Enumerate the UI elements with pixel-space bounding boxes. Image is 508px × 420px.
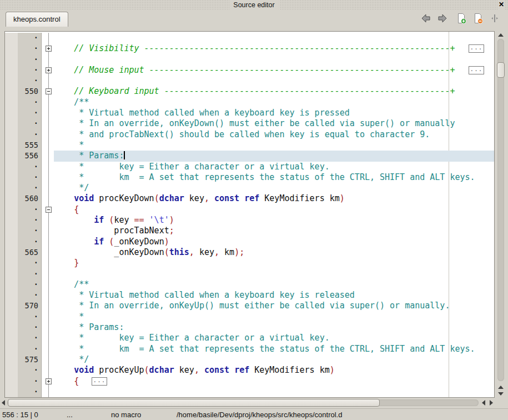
vertical-scroll-track[interactable]	[497, 39, 504, 381]
code-line[interactable]: // Keyboard input ----------------------…	[54, 86, 494, 97]
editor-line: · *	[5, 312, 494, 322]
code-line[interactable]: /**	[54, 279, 494, 290]
scroll-left-icon[interactable]	[482, 400, 485, 406]
fold-tree-line	[48, 33, 49, 43]
code-line[interactable]	[54, 33, 494, 43]
vertical-scrollbar[interactable]	[496, 31, 506, 398]
fold-margin	[42, 76, 54, 86]
editor-line: · * Params:	[5, 322, 494, 333]
editor-line: · procTabNext;	[5, 226, 494, 236]
code-line[interactable]	[54, 387, 494, 397]
bookmark-margin	[5, 172, 18, 183]
bookmark-margin	[5, 183, 18, 193]
code-line[interactable]	[54, 54, 494, 65]
code-line[interactable]: void procKeyUp(dchar key, const ref KeyM…	[54, 365, 494, 376]
fold-ellipsis-box[interactable]: ...	[469, 44, 484, 53]
bookmark-margin	[5, 118, 18, 129]
line-number: 550	[18, 86, 42, 97]
code-line[interactable]	[54, 76, 494, 86]
fold-tree-line	[48, 290, 49, 301]
scroll-down-icon[interactable]	[498, 392, 504, 396]
bookmark-margin	[5, 108, 18, 118]
tab-kheops-control[interactable]: kheops.control	[6, 12, 68, 27]
code-line[interactable]: * key = Either a character or a virtual …	[54, 162, 494, 172]
code-line[interactable]: procTabNext;	[54, 226, 494, 236]
code-line[interactable]: _onKeyDown(this, key, km);	[54, 247, 494, 258]
scroll-up-icon[interactable]	[498, 386, 504, 389]
nav-forward-icon[interactable]	[437, 13, 448, 24]
fold-margin	[42, 365, 54, 376]
fold-margin	[42, 162, 54, 172]
fold-margin	[42, 269, 54, 279]
code-line[interactable]: * In an override, onKeyDown() must eithe…	[54, 118, 494, 129]
fold-tree-line	[48, 151, 49, 161]
code-line[interactable]: * In an override, onKeyUp() must either …	[54, 301, 494, 311]
titlebar[interactable]: Source editor ✕	[0, 0, 508, 10]
code-line[interactable]: *	[54, 312, 494, 322]
fold-collapsed-icon[interactable]	[46, 378, 52, 384]
fold-tree-line	[48, 140, 49, 151]
close-icon[interactable]: ✕	[497, 0, 505, 9]
editor-line: 550 // Keyboard input ------------------…	[5, 86, 494, 97]
statusbar: 556 : 15 | 0 ... no macro /home/basile/D…	[0, 408, 508, 420]
bookmark-margin	[5, 193, 18, 204]
fold-expanded-icon[interactable]	[46, 207, 52, 213]
fold-expanded-icon[interactable]	[46, 88, 52, 94]
code-line[interactable]: // Visibility --------------------------…	[54, 43, 494, 54]
editor-line: ·	[5, 269, 494, 279]
fold-margin	[42, 333, 54, 343]
fold-ellipsis-box[interactable]: ...	[92, 377, 107, 386]
line-number: ·	[18, 65, 42, 76]
scroll-left-icon[interactable]	[2, 400, 5, 406]
code-line[interactable]: // Mouse input -------------------------…	[54, 65, 494, 76]
bookmark-margin	[5, 312, 18, 322]
code-line[interactable]: if (_onKeyDown)	[54, 237, 494, 247]
vertical-scroll-thumb[interactable]	[497, 62, 505, 78]
line-number: 556	[18, 151, 42, 161]
code-line[interactable]: * km = A set that represents the status …	[54, 344, 494, 354]
fold-collapsed-icon[interactable]	[46, 46, 52, 52]
scroll-right-icon[interactable]	[490, 400, 493, 406]
fold-collapsed-icon[interactable]	[46, 67, 52, 73]
code-line[interactable]: */	[54, 183, 494, 193]
code-line[interactable]: *	[54, 140, 494, 151]
fold-tree-line	[48, 76, 49, 86]
code-line[interactable]: {...	[54, 376, 494, 387]
line-number: ·	[18, 290, 42, 301]
horizontal-scrollbar[interactable]	[0, 398, 497, 408]
close-document-icon[interactable]	[472, 13, 484, 24]
fold-margin	[42, 172, 54, 183]
code-line[interactable]: {	[54, 204, 494, 215]
fold-tree-line	[48, 279, 49, 290]
code-line[interactable]: /**	[54, 97, 494, 108]
code-line[interactable]: void procKeyDown(dchar key, const ref Ke…	[54, 193, 494, 204]
line-number: ·	[18, 215, 42, 226]
split-view-icon[interactable]	[489, 13, 500, 24]
code-line[interactable]: * Params:	[54, 151, 494, 161]
fold-ellipsis-box[interactable]: ...	[469, 66, 484, 74]
fold-tree-line	[48, 108, 49, 118]
line-number: ·	[18, 269, 42, 279]
line-number: ·	[18, 183, 42, 193]
code-line[interactable]: * Params:	[54, 322, 494, 333]
code-line[interactable]: if (key == '\t')	[54, 215, 494, 226]
nav-back-icon[interactable]	[420, 13, 431, 24]
new-document-icon[interactable]	[456, 13, 467, 24]
code-line[interactable]: }	[54, 258, 494, 268]
code-line[interactable]: * and procTabNext() should be called whe…	[54, 129, 494, 140]
code-line[interactable]: * km = A set that represents the status …	[54, 172, 494, 183]
code-line[interactable]: * key = Either a character or a virtual …	[54, 333, 494, 343]
line-number: ·	[18, 226, 42, 236]
code-line[interactable]: * Virtual method called when a keyboard …	[54, 290, 494, 301]
horizontal-scroll-thumb[interactable]	[8, 399, 380, 407]
fold-margin	[42, 151, 54, 161]
line-number: 565	[18, 247, 42, 258]
code-line[interactable]	[54, 269, 494, 279]
code-editor[interactable]: ·· // Visibility -----------------------…	[4, 31, 495, 398]
line-number: 555	[18, 140, 42, 151]
code-line[interactable]: void procTabNext()	[54, 397, 494, 398]
code-line[interactable]: */	[54, 354, 494, 365]
fold-margin	[42, 204, 54, 215]
code-line[interactable]: * Virtual method called when a keyboard …	[54, 108, 494, 118]
scroll-up-icon[interactable]	[498, 33, 504, 37]
